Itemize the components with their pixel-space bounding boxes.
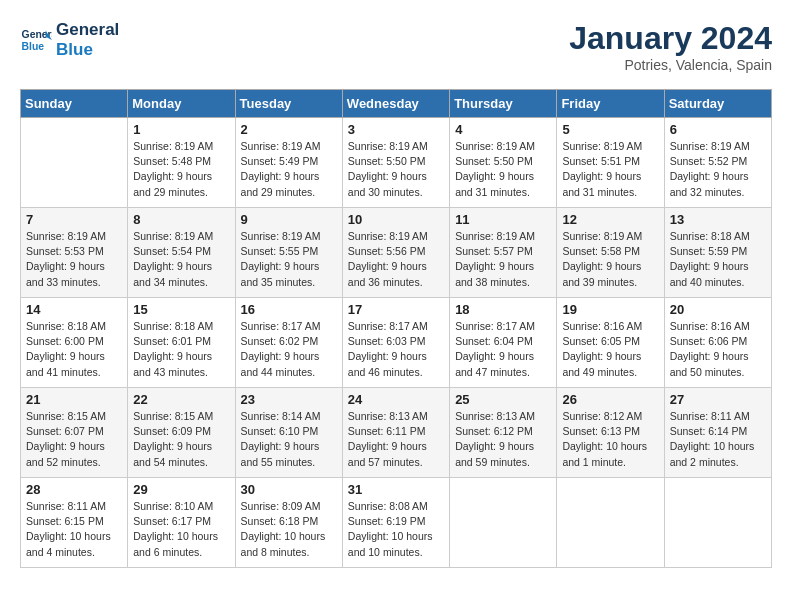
- calendar-cell: 10Sunrise: 8:19 AM Sunset: 5:56 PM Dayli…: [342, 208, 449, 298]
- week-row-2: 7Sunrise: 8:19 AM Sunset: 5:53 PM Daylig…: [21, 208, 772, 298]
- day-info: Sunrise: 8:17 AM Sunset: 6:02 PM Dayligh…: [241, 319, 337, 380]
- day-info: Sunrise: 8:17 AM Sunset: 6:03 PM Dayligh…: [348, 319, 444, 380]
- day-info: Sunrise: 8:14 AM Sunset: 6:10 PM Dayligh…: [241, 409, 337, 470]
- day-number: 15: [133, 302, 229, 317]
- day-number: 3: [348, 122, 444, 137]
- week-row-4: 21Sunrise: 8:15 AM Sunset: 6:07 PM Dayli…: [21, 388, 772, 478]
- calendar-cell: 20Sunrise: 8:16 AM Sunset: 6:06 PM Dayli…: [664, 298, 771, 388]
- calendar-body: 1Sunrise: 8:19 AM Sunset: 5:48 PM Daylig…: [21, 118, 772, 568]
- day-info: Sunrise: 8:18 AM Sunset: 6:00 PM Dayligh…: [26, 319, 122, 380]
- day-info: Sunrise: 8:19 AM Sunset: 5:58 PM Dayligh…: [562, 229, 658, 290]
- header-day-monday: Monday: [128, 90, 235, 118]
- day-number: 14: [26, 302, 122, 317]
- calendar-cell: 26Sunrise: 8:12 AM Sunset: 6:13 PM Dayli…: [557, 388, 664, 478]
- day-info: Sunrise: 8:09 AM Sunset: 6:18 PM Dayligh…: [241, 499, 337, 560]
- calendar-cell: 6Sunrise: 8:19 AM Sunset: 5:52 PM Daylig…: [664, 118, 771, 208]
- day-info: Sunrise: 8:19 AM Sunset: 5:50 PM Dayligh…: [348, 139, 444, 200]
- calendar-cell: 17Sunrise: 8:17 AM Sunset: 6:03 PM Dayli…: [342, 298, 449, 388]
- logo-line1: General: [56, 20, 119, 40]
- day-number: 4: [455, 122, 551, 137]
- calendar-cell: 13Sunrise: 8:18 AM Sunset: 5:59 PM Dayli…: [664, 208, 771, 298]
- calendar-cell: 3Sunrise: 8:19 AM Sunset: 5:50 PM Daylig…: [342, 118, 449, 208]
- calendar-cell: [557, 478, 664, 568]
- week-row-3: 14Sunrise: 8:18 AM Sunset: 6:00 PM Dayli…: [21, 298, 772, 388]
- day-info: Sunrise: 8:11 AM Sunset: 6:15 PM Dayligh…: [26, 499, 122, 560]
- header-day-thursday: Thursday: [450, 90, 557, 118]
- day-number: 6: [670, 122, 766, 137]
- day-info: Sunrise: 8:16 AM Sunset: 6:06 PM Dayligh…: [670, 319, 766, 380]
- calendar-cell: 16Sunrise: 8:17 AM Sunset: 6:02 PM Dayli…: [235, 298, 342, 388]
- header-day-wednesday: Wednesday: [342, 90, 449, 118]
- day-number: 24: [348, 392, 444, 407]
- calendar-cell: 23Sunrise: 8:14 AM Sunset: 6:10 PM Dayli…: [235, 388, 342, 478]
- day-info: Sunrise: 8:19 AM Sunset: 5:56 PM Dayligh…: [348, 229, 444, 290]
- calendar-cell: 4Sunrise: 8:19 AM Sunset: 5:50 PM Daylig…: [450, 118, 557, 208]
- calendar-cell: 15Sunrise: 8:18 AM Sunset: 6:01 PM Dayli…: [128, 298, 235, 388]
- day-number: 30: [241, 482, 337, 497]
- day-info: Sunrise: 8:19 AM Sunset: 5:50 PM Dayligh…: [455, 139, 551, 200]
- svg-text:Blue: Blue: [22, 40, 45, 51]
- logo: General Blue General Blue: [20, 20, 119, 59]
- day-info: Sunrise: 8:19 AM Sunset: 5:52 PM Dayligh…: [670, 139, 766, 200]
- month-title: January 2024: [569, 20, 772, 57]
- calendar-cell: 5Sunrise: 8:19 AM Sunset: 5:51 PM Daylig…: [557, 118, 664, 208]
- day-number: 22: [133, 392, 229, 407]
- day-number: 11: [455, 212, 551, 227]
- day-info: Sunrise: 8:19 AM Sunset: 5:54 PM Dayligh…: [133, 229, 229, 290]
- day-info: Sunrise: 8:18 AM Sunset: 5:59 PM Dayligh…: [670, 229, 766, 290]
- day-number: 13: [670, 212, 766, 227]
- calendar-cell: 14Sunrise: 8:18 AM Sunset: 6:00 PM Dayli…: [21, 298, 128, 388]
- day-number: 25: [455, 392, 551, 407]
- calendar-cell: 31Sunrise: 8:08 AM Sunset: 6:19 PM Dayli…: [342, 478, 449, 568]
- day-number: 27: [670, 392, 766, 407]
- calendar-cell: 1Sunrise: 8:19 AM Sunset: 5:48 PM Daylig…: [128, 118, 235, 208]
- calendar-cell: 25Sunrise: 8:13 AM Sunset: 6:12 PM Dayli…: [450, 388, 557, 478]
- day-number: 26: [562, 392, 658, 407]
- day-number: 23: [241, 392, 337, 407]
- day-number: 12: [562, 212, 658, 227]
- calendar-cell: 8Sunrise: 8:19 AM Sunset: 5:54 PM Daylig…: [128, 208, 235, 298]
- day-number: 31: [348, 482, 444, 497]
- calendar-cell: 19Sunrise: 8:16 AM Sunset: 6:05 PM Dayli…: [557, 298, 664, 388]
- day-number: 5: [562, 122, 658, 137]
- logo-icon: General Blue: [20, 24, 52, 56]
- day-number: 10: [348, 212, 444, 227]
- location-subtitle: Potries, Valencia, Spain: [569, 57, 772, 73]
- week-row-5: 28Sunrise: 8:11 AM Sunset: 6:15 PM Dayli…: [21, 478, 772, 568]
- calendar-cell: 2Sunrise: 8:19 AM Sunset: 5:49 PM Daylig…: [235, 118, 342, 208]
- calendar-cell: 30Sunrise: 8:09 AM Sunset: 6:18 PM Dayli…: [235, 478, 342, 568]
- calendar-cell: 21Sunrise: 8:15 AM Sunset: 6:07 PM Dayli…: [21, 388, 128, 478]
- day-number: 2: [241, 122, 337, 137]
- calendar-cell: 28Sunrise: 8:11 AM Sunset: 6:15 PM Dayli…: [21, 478, 128, 568]
- page-header: General Blue General Blue January 2024 P…: [20, 20, 772, 73]
- header-day-saturday: Saturday: [664, 90, 771, 118]
- calendar-cell: 18Sunrise: 8:17 AM Sunset: 6:04 PM Dayli…: [450, 298, 557, 388]
- calendar-cell: [21, 118, 128, 208]
- header-row: SundayMondayTuesdayWednesdayThursdayFrid…: [21, 90, 772, 118]
- day-info: Sunrise: 8:08 AM Sunset: 6:19 PM Dayligh…: [348, 499, 444, 560]
- week-row-1: 1Sunrise: 8:19 AM Sunset: 5:48 PM Daylig…: [21, 118, 772, 208]
- calendar-cell: 7Sunrise: 8:19 AM Sunset: 5:53 PM Daylig…: [21, 208, 128, 298]
- day-info: Sunrise: 8:19 AM Sunset: 5:55 PM Dayligh…: [241, 229, 337, 290]
- day-number: 18: [455, 302, 551, 317]
- day-info: Sunrise: 8:12 AM Sunset: 6:13 PM Dayligh…: [562, 409, 658, 470]
- header-day-tuesday: Tuesday: [235, 90, 342, 118]
- day-info: Sunrise: 8:15 AM Sunset: 6:09 PM Dayligh…: [133, 409, 229, 470]
- calendar-cell: [450, 478, 557, 568]
- calendar-cell: [664, 478, 771, 568]
- title-block: January 2024 Potries, Valencia, Spain: [569, 20, 772, 73]
- header-day-friday: Friday: [557, 90, 664, 118]
- day-info: Sunrise: 8:19 AM Sunset: 5:49 PM Dayligh…: [241, 139, 337, 200]
- day-number: 21: [26, 392, 122, 407]
- calendar-header: SundayMondayTuesdayWednesdayThursdayFrid…: [21, 90, 772, 118]
- day-info: Sunrise: 8:13 AM Sunset: 6:11 PM Dayligh…: [348, 409, 444, 470]
- day-info: Sunrise: 8:19 AM Sunset: 5:53 PM Dayligh…: [26, 229, 122, 290]
- calendar-cell: 11Sunrise: 8:19 AM Sunset: 5:57 PM Dayli…: [450, 208, 557, 298]
- day-info: Sunrise: 8:18 AM Sunset: 6:01 PM Dayligh…: [133, 319, 229, 380]
- day-info: Sunrise: 8:19 AM Sunset: 5:51 PM Dayligh…: [562, 139, 658, 200]
- day-number: 9: [241, 212, 337, 227]
- day-number: 20: [670, 302, 766, 317]
- day-number: 16: [241, 302, 337, 317]
- calendar-table: SundayMondayTuesdayWednesdayThursdayFrid…: [20, 89, 772, 568]
- calendar-cell: 27Sunrise: 8:11 AM Sunset: 6:14 PM Dayli…: [664, 388, 771, 478]
